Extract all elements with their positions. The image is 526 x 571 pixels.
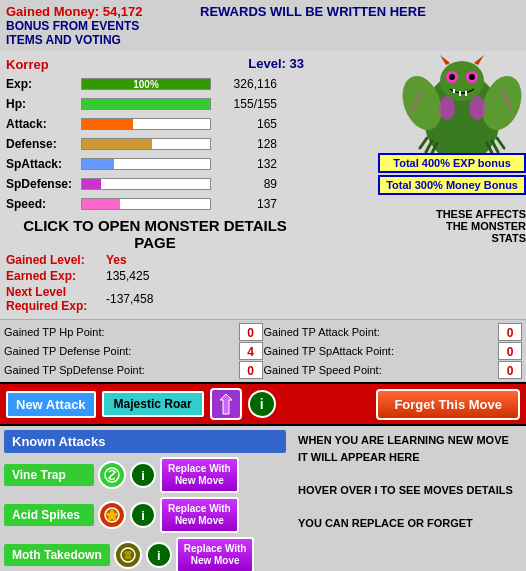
name-level-row: Korrep Level: 33 bbox=[6, 55, 304, 73]
svg-point-4 bbox=[469, 96, 485, 120]
forget-move-button[interactable]: Forget This Move bbox=[376, 389, 520, 420]
spattack-label: SpAttack: bbox=[6, 157, 81, 171]
gained-level-value: Yes bbox=[106, 253, 127, 267]
tp-spdefense-value: 0 bbox=[239, 361, 263, 379]
tp-spattack-row: Gained TP SpAttack Point: 0 bbox=[264, 342, 523, 360]
tp-spdefense-label: Gained TP SpDefense Point: bbox=[4, 364, 239, 376]
speed-bar-container bbox=[81, 198, 211, 210]
bonus-boxes: Total 400% EXP bonus Total 300% Money Bo… bbox=[378, 153, 526, 195]
tp-spdefense-row: Gained TP SpDefense Point: 0 bbox=[4, 361, 263, 379]
defense-row: Defense: 128 bbox=[6, 135, 304, 153]
moth-takedown-icon bbox=[114, 541, 142, 569]
attack-bar-container bbox=[81, 118, 211, 130]
acid-spikes-button[interactable]: Acid Spikes bbox=[4, 504, 94, 526]
speed-value: 137 bbox=[217, 197, 277, 211]
majestic-roar-button[interactable]: Majestic Roar bbox=[102, 391, 204, 417]
hp-label: Hp: bbox=[6, 97, 81, 111]
defense-label: Defense: bbox=[6, 137, 81, 151]
attack-bar-section: New Attack Majestic Roar i Forget This M… bbox=[0, 382, 526, 426]
rewards-text: REWARDS WILL BE WRITTEN HERE bbox=[200, 4, 426, 19]
acid-spikes-info-button[interactable]: i bbox=[130, 502, 156, 528]
vine-trap-info-button[interactable]: i bbox=[130, 462, 156, 488]
tp-section: Gained TP Hp Point: 0 Gained TP Defense … bbox=[0, 319, 526, 382]
top-section: Gained Money: 54,172 REWARDS WILL BE WRI… bbox=[0, 0, 526, 51]
gained-level-row: Gained Level: Yes bbox=[6, 253, 304, 267]
attack-row: Attack: 165 bbox=[6, 115, 304, 133]
known-attacks-label: Known Attacks bbox=[4, 430, 286, 453]
earned-exp-label: Earned Exp: bbox=[6, 269, 106, 283]
attack-bar bbox=[82, 119, 133, 129]
attack-item-acid-spikes: Acid Spikes i Replace With New Move bbox=[4, 497, 286, 533]
tp-defense-value: 4 bbox=[239, 342, 263, 360]
svg-point-9 bbox=[469, 74, 475, 80]
tp-hp-value: 0 bbox=[239, 323, 263, 341]
known-attacks-left: Known Attacks Vine Trap i Replace With N… bbox=[0, 426, 290, 571]
hp-bar bbox=[82, 99, 210, 109]
spdefense-bar bbox=[82, 179, 101, 189]
spattack-bar-container bbox=[81, 158, 211, 170]
attack-item-vine-trap: Vine Trap i Replace With New Move bbox=[4, 457, 286, 493]
svg-point-5 bbox=[440, 61, 484, 101]
svg-point-8 bbox=[449, 74, 455, 80]
new-attack-button[interactable]: New Attack bbox=[6, 391, 96, 418]
spattack-row: SpAttack: 132 bbox=[6, 155, 304, 173]
acid-spikes-icon bbox=[98, 501, 126, 529]
speed-label: Speed: bbox=[6, 197, 81, 211]
defense-value: 128 bbox=[217, 137, 277, 151]
click-to-open[interactable]: CLICK TO OPEN MONSTER DETAILS PAGE bbox=[6, 217, 304, 251]
defense-bar-container bbox=[81, 138, 211, 150]
next-level-value: -137,458 bbox=[106, 292, 153, 306]
these-affects-text: THESE AFFECTSTHE MONSTERSTATS bbox=[436, 208, 526, 244]
vine-trap-icon bbox=[98, 461, 126, 489]
known-attacks-hint: WHEN YOU ARE LEARNING NEW MOVE IT WILL A… bbox=[290, 426, 526, 571]
acid-spikes-replace-button[interactable]: Replace With New Move bbox=[160, 497, 239, 533]
tp-spattack-label: Gained TP SpAttack Point: bbox=[264, 345, 499, 357]
attack-label: Attack: bbox=[6, 117, 81, 131]
tp-left: Gained TP Hp Point: 0 Gained TP Defense … bbox=[4, 322, 263, 380]
tp-attack-label: Gained TP Attack Point: bbox=[264, 326, 499, 338]
tp-speed-label: Gained TP Speed Point: bbox=[264, 364, 499, 376]
tp-speed-row: Gained TP Speed Point: 0 bbox=[264, 361, 523, 379]
spdefense-label: SpDefense: bbox=[6, 177, 81, 191]
moth-takedown-info-button[interactable]: i bbox=[146, 542, 172, 568]
moth-takedown-replace-button[interactable]: Replace With New Move bbox=[176, 537, 255, 571]
hp-value: 155/155 bbox=[217, 97, 277, 111]
defense-bar bbox=[82, 139, 152, 149]
exp-label: Exp: bbox=[6, 77, 81, 91]
exp-bonus-box: Total 400% EXP bonus bbox=[378, 153, 526, 173]
attack-info-icon[interactable]: i bbox=[248, 390, 276, 418]
exp-value: 326,116 bbox=[217, 77, 277, 91]
spattack-bar bbox=[82, 159, 114, 169]
money-bonus-box: Total 300% Money Bonus bbox=[378, 175, 526, 195]
svg-point-3 bbox=[439, 96, 455, 120]
tp-hp-row: Gained TP Hp Point: 0 bbox=[4, 323, 263, 341]
tp-spattack-value: 0 bbox=[498, 342, 522, 360]
level-display: Level: 33 bbox=[248, 56, 304, 71]
next-level-row: Next Level Required Exp: -137,458 bbox=[6, 285, 304, 313]
spattack-value: 132 bbox=[217, 157, 277, 171]
vine-trap-button[interactable]: Vine Trap bbox=[4, 464, 94, 486]
attack-value: 165 bbox=[217, 117, 277, 131]
tp-hp-label: Gained TP Hp Point: bbox=[4, 326, 239, 338]
stats-section: Korrep Level: 33 Exp: 100% 326,116 Hp: bbox=[0, 51, 526, 319]
known-attacks-section: Known Attacks Vine Trap i Replace With N… bbox=[0, 426, 526, 571]
tp-right: Gained TP Attack Point: 0 Gained TP SpAt… bbox=[264, 322, 523, 380]
tp-attack-row: Gained TP Attack Point: 0 bbox=[264, 323, 523, 341]
hp-bar-container bbox=[81, 98, 211, 110]
moth-takedown-button[interactable]: Moth Takedown bbox=[4, 544, 110, 566]
main-container: Gained Money: 54,172 REWARDS WILL BE WRI… bbox=[0, 0, 526, 571]
exp-bar-container: 100% bbox=[81, 78, 211, 90]
gained-level-label: Gained Level: bbox=[6, 253, 106, 267]
spdefense-row: SpDefense: 89 bbox=[6, 175, 304, 193]
player-name[interactable]: Korrep bbox=[6, 57, 81, 72]
vine-trap-replace-button[interactable]: Replace With New Move bbox=[160, 457, 239, 493]
exp-row: Exp: 100% 326,116 bbox=[6, 75, 304, 93]
speed-row: Speed: 137 bbox=[6, 195, 304, 213]
items-voting: ITEMS AND VOTING bbox=[6, 33, 520, 47]
bonus-events: BONUS FROM EVENTS bbox=[6, 19, 520, 33]
svg-marker-13 bbox=[220, 394, 232, 414]
stats-right: Total 400% EXP bonus Total 300% Money Bo… bbox=[310, 53, 526, 317]
hp-row: Hp: 155/155 bbox=[6, 95, 304, 113]
stats-left: Korrep Level: 33 Exp: 100% 326,116 Hp: bbox=[0, 53, 310, 317]
tp-defense-row: Gained TP Defense Point: 4 bbox=[4, 342, 263, 360]
